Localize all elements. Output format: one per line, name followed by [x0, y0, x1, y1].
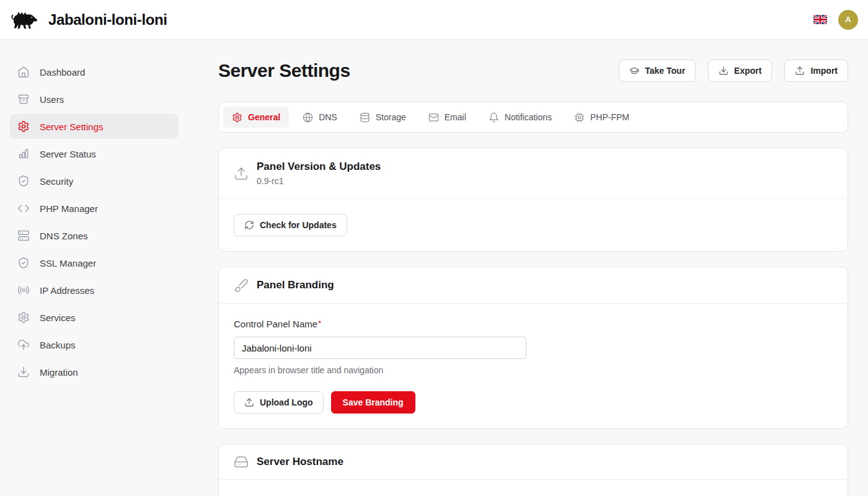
sidebar-item-users[interactable]: Users: [10, 87, 179, 112]
home-icon: [17, 66, 30, 78]
sidebar-item-services[interactable]: Services: [10, 305, 179, 330]
sidebar-item-backups[interactable]: Backups: [10, 332, 179, 357]
tab-general[interactable]: General: [223, 107, 289, 128]
upload-logo-button[interactable]: Upload Logo: [234, 391, 324, 414]
tab-email[interactable]: Email: [420, 107, 475, 128]
current-version: 0.9-rc1: [257, 176, 381, 186]
cloud-upload-icon: [17, 339, 30, 351]
sidebar-item-label: Server Status: [40, 149, 96, 159]
globe-icon: [303, 112, 313, 123]
sidebar-item-label: DNS Zones: [40, 231, 88, 241]
sidebar-item-label: IP Addresses: [40, 285, 94, 296]
download-icon: [719, 66, 728, 76]
check-for-updates-button[interactable]: Check for Updates: [234, 214, 347, 236]
take-tour-button[interactable]: Take Tour: [619, 60, 696, 82]
sidebar-item-dashboard[interactable]: Dashboard: [10, 60, 179, 84]
mail-icon: [428, 112, 439, 123]
sidebar-item-server-status[interactable]: Server Status: [10, 141, 179, 166]
uk-flag-language-icon[interactable]: [813, 15, 827, 24]
brand-title: Jabaloni-loni-loni: [48, 11, 167, 29]
graduation-cap-icon: [629, 66, 639, 76]
download-icon: [17, 366, 30, 378]
sidebar-item-ip-addresses[interactable]: IP Addresses: [10, 278, 179, 303]
import-button[interactable]: Import: [784, 60, 848, 82]
save-branding-button[interactable]: Save Branding: [331, 391, 415, 414]
tab-php-fpm[interactable]: PHP-FPM: [565, 107, 638, 128]
upload-icon: [234, 166, 249, 181]
sidebar-item-server-settings[interactable]: Server Settings: [10, 114, 179, 139]
gear-icon: [232, 112, 242, 123]
required-asterisk: *: [318, 319, 321, 328]
settings-tabs: General DNS Storage Email Notifications …: [218, 102, 848, 133]
tab-storage[interactable]: Storage: [351, 107, 415, 128]
panel-version-card: Panel Version & Updates 0.9-rc1 Check fo…: [218, 148, 848, 252]
sidebar-item-label: Services: [40, 312, 76, 323]
page-title: Server Settings: [218, 60, 350, 81]
archive-icon: [17, 93, 30, 105]
bar-chart-icon: [17, 148, 30, 160]
shield-check-icon: [17, 175, 30, 187]
tab-notifications[interactable]: Notifications: [480, 107, 560, 128]
panel-branding-card: Panel Branding Control Panel Name* Appea…: [218, 267, 848, 429]
sidebar-item-label: Security: [40, 176, 73, 187]
sidebar-item-label: Migration: [40, 367, 78, 378]
field-helper-text: Appears in browser title and navigation: [234, 365, 833, 375]
gear-icon: [17, 311, 30, 324]
sidebar-item-migration[interactable]: Migration: [10, 360, 179, 384]
database-icon: [360, 112, 370, 123]
upload-icon: [795, 66, 805, 76]
sidebar-item-php-manager[interactable]: PHP Manager: [10, 196, 179, 221]
server-icon: [17, 229, 30, 242]
radio-icon: [17, 284, 30, 296]
sidebar-item-ssl-manager[interactable]: SSL Manager: [10, 250, 179, 275]
sidebar-item-label: Users: [40, 94, 64, 105]
cpu-icon: [574, 112, 585, 123]
brand[interactable]: Jabaloni-loni-loni: [10, 9, 167, 31]
shield-check-icon: [17, 257, 30, 269]
control-panel-name-input[interactable]: [234, 337, 526, 359]
bell-icon: [489, 112, 499, 123]
gear-icon: [17, 120, 30, 133]
sidebar-item-dns-zones[interactable]: DNS Zones: [10, 223, 179, 248]
sidebar-item-label: SSL Manager: [40, 258, 96, 268]
sidebar: Dashboard Users Server Settings Server S…: [0, 40, 188, 496]
upload-icon: [244, 397, 254, 407]
main-content: Server Settings Take Tour Export Import: [188, 40, 868, 496]
code-icon: [17, 202, 30, 215]
refresh-icon: [244, 220, 254, 230]
hard-drive-icon: [234, 454, 249, 469]
tab-dns[interactable]: DNS: [294, 107, 346, 128]
export-button[interactable]: Export: [708, 60, 772, 82]
card-title: Server Hostname: [257, 456, 343, 468]
sidebar-item-label: Dashboard: [40, 67, 85, 78]
paintbrush-icon: [234, 278, 249, 293]
sidebar-item-label: PHP Manager: [40, 203, 98, 214]
sidebar-item-security[interactable]: Security: [10, 169, 179, 193]
server-hostname-card: Server Hostname Hostname*: [218, 444, 848, 496]
user-avatar[interactable]: A: [838, 10, 858, 30]
boar-logo-icon: [10, 9, 40, 31]
card-title: Panel Branding: [257, 279, 334, 291]
top-bar: Jabaloni-loni-loni A: [0, 0, 868, 40]
sidebar-item-label: Backups: [40, 340, 76, 350]
sidebar-item-label: Server Settings: [40, 122, 104, 132]
control-panel-name-label: Control Panel Name*: [234, 319, 321, 329]
card-title: Panel Version & Updates: [257, 161, 381, 173]
